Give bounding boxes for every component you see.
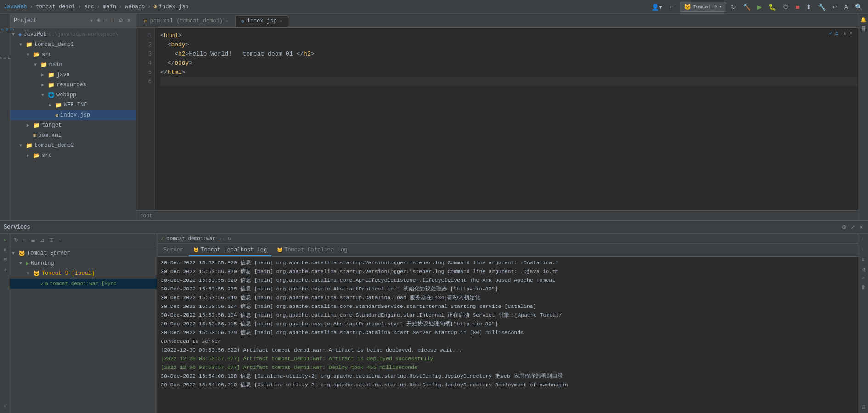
breadcrumb-webapp[interactable]: webapp xyxy=(125,4,145,10)
gutter-indicator: ✓ 1 ∧ ∨ xyxy=(829,30,852,36)
services-settings-btn[interactable]: ⚙ xyxy=(841,223,848,231)
javaweb-arrow: ▼ xyxy=(12,32,18,37)
stop-btn[interactable]: ■ xyxy=(794,2,801,11)
svc-running[interactable]: ▼ ▶ Running xyxy=(10,258,157,268)
gutter-marker: ✓ 1 xyxy=(829,31,839,36)
java-folder-icon: 📁 xyxy=(48,72,55,78)
wrench-btn[interactable]: 🔧 xyxy=(816,2,828,11)
running-label: Running xyxy=(31,260,54,267)
locate-file-btn[interactable]: ⊕ xyxy=(95,17,102,24)
scroll-lock-icon[interactable]: ≡ xyxy=(859,256,868,264)
search-everywhere-btn[interactable]: 🔍 xyxy=(853,2,864,11)
translate-btn[interactable]: A xyxy=(842,2,850,11)
vcs-btn[interactable]: 👤▾ xyxy=(649,2,664,11)
demo2-label: tomcat_demo2 xyxy=(34,142,74,149)
svc-tomcat-server[interactable]: ▼ 🐱 Tomcat Server xyxy=(10,248,157,258)
resources-folder-icon: 📁 xyxy=(48,82,55,89)
tree-item-indexjsp[interactable]: ▶ ⚙ index.jsp xyxy=(10,110,136,120)
svc-collapse-btn[interactable]: ≡ xyxy=(21,236,28,244)
refresh-btn[interactable]: ↻ xyxy=(729,2,738,11)
code-line-6 xyxy=(160,77,858,86)
indexjsp-tab-close[interactable]: ✕ xyxy=(280,18,282,24)
deploy-btn[interactable]: ⬆ xyxy=(804,2,813,11)
filter-log-icon[interactable]: ⊿ xyxy=(859,265,868,273)
tomcat9-label: Tomcat 9 [local] xyxy=(42,270,95,277)
log-tab-server[interactable]: Server xyxy=(159,245,188,256)
svc-war[interactable]: ▶ ✓ ⚙ tomcat_demo1:war [Sync xyxy=(10,279,157,289)
clear-log-icon[interactable]: 🗑 xyxy=(859,283,868,291)
notifications-icon[interactable]: 🔔 xyxy=(859,16,868,24)
run-config-selector[interactable]: 🐱 Tomcat 9 ▾ xyxy=(680,2,726,12)
soft-wrap-icon[interactable]: ⏎ xyxy=(859,274,868,282)
log-tab-localhost[interactable]: 🐱 Tomcat Localhost Log xyxy=(189,245,271,256)
war-deploy-icon: ⚙ xyxy=(45,280,48,287)
tree-item-src2[interactable]: ▶ 📂 src xyxy=(10,151,136,161)
panel-dropdown[interactable]: ▾ xyxy=(90,18,93,23)
tree-item-java[interactable]: ▶ 📁 java xyxy=(10,70,136,80)
java-label: java xyxy=(56,72,70,78)
structure-sidebar-icon[interactable]: Str xyxy=(1,44,9,72)
close-panel-btn[interactable]: ✕ xyxy=(125,17,132,24)
editor-breadcrumb: root xyxy=(136,210,858,220)
tree-item-pomxml[interactable]: ▶ m pom.xml xyxy=(10,130,136,140)
navigate-back[interactable]: ← xyxy=(667,2,677,11)
editor-content[interactable]: 1 2 3 4 5 6 <html> <body> <h2>Hello Worl… xyxy=(136,28,858,210)
scroll-down-icon[interactable]: ↓ xyxy=(859,245,868,253)
build-btn[interactable]: 🔨 xyxy=(741,2,752,11)
tree-item-resources[interactable]: ▶ 📁 resources xyxy=(10,80,136,90)
tomcat-server-label: Tomcat Server xyxy=(27,250,70,257)
bottom-filter-icon[interactable]: ⊿ xyxy=(1,266,9,274)
services-expand-btn[interactable]: ⤢ xyxy=(850,223,856,231)
svc-add-btn[interactable]: + xyxy=(56,236,63,244)
tab-pomxml[interactable]: m pom.xml (tomcat_demo1) ✕ xyxy=(138,15,234,27)
tree-item-target[interactable]: ▶ 📁 target xyxy=(10,120,136,130)
webinf-arrow: ▶ xyxy=(49,102,55,108)
bottom-group-icon[interactable]: ⊞ xyxy=(1,256,9,264)
svc-filter-btn[interactable]: ⊿ xyxy=(38,236,46,244)
bottom-add-icon[interactable]: + xyxy=(1,403,9,411)
database-icon[interactable]: 🗄 xyxy=(859,25,868,33)
svc-expand-btn[interactable]: ≣ xyxy=(29,236,37,244)
log-tab-catalina[interactable]: 🐱 Tomcat Catalina Log xyxy=(272,245,352,256)
breadcrumb-javaweb[interactable]: JavaWeb xyxy=(4,4,27,10)
collapse-all-btn[interactable]: ≡ xyxy=(103,17,108,24)
svc-refresh-btn[interactable]: ↻ xyxy=(12,236,20,244)
tree-item-webinf[interactable]: ▶ 📁 WEB-INF xyxy=(10,100,136,110)
settings-btn[interactable]: ⚙ xyxy=(117,17,124,24)
src2-label: src xyxy=(42,152,52,159)
svc-tomcat9[interactable]: ▼ 🐱 Tomcat 9 [local] xyxy=(10,268,157,279)
print-log-icon[interactable]: 🖨 xyxy=(859,403,868,411)
src-icon: 📂 xyxy=(33,51,40,58)
svc-group-btn[interactable]: ⊞ xyxy=(47,236,56,244)
project-panel-title: Project xyxy=(14,17,89,24)
code-line-3: <h2>Hello World! tomcat deom 01 </h2> xyxy=(160,50,858,59)
scroll-up-icon[interactable]: ↑ xyxy=(859,235,868,244)
bottom-refresh-icon[interactable]: ↻ xyxy=(1,235,9,244)
expand-all-btn[interactable]: ≣ xyxy=(109,17,116,24)
bottom-collapse-icon[interactable]: ≡ xyxy=(1,246,9,254)
tree-item-main[interactable]: ▼ 📁 main xyxy=(10,60,136,70)
run-with-coverage[interactable]: 🛡 xyxy=(781,2,791,11)
tab-indexjsp[interactable]: ⚙ index.jsp ✕ xyxy=(235,15,288,27)
tomcat-run-icon: 🐱 xyxy=(684,3,691,11)
tree-item-javaweb[interactable]: ▼ ◈ JavaWeb C:\java\idea-workspace\ xyxy=(10,29,136,39)
debug-btn[interactable]: 🐛 xyxy=(767,2,778,11)
breadcrumb-main[interactable]: main xyxy=(103,4,116,10)
indexjsp-tab-icon: ⚙ xyxy=(241,18,244,24)
code-content[interactable]: <html> <body> <h2>Hello World! tomcat de… xyxy=(155,28,858,210)
pomxml-tab-close[interactable]: ✕ xyxy=(225,18,228,24)
artifact-arrow-left: ← xyxy=(223,236,226,241)
breadcrumb-src[interactable]: src xyxy=(84,4,94,10)
breadcrumb-demo1[interactable]: tomcat_demo1 xyxy=(36,4,75,10)
project-sidebar-icon[interactable]: Proj xyxy=(1,16,9,43)
revert-btn[interactable]: ↩ xyxy=(830,2,840,11)
log-content[interactable]: 30-Dec-2022 15:53:55.820 信息 [main] org.a… xyxy=(157,257,858,413)
indexjsp-icon: ⚙ xyxy=(55,112,58,119)
tree-item-demo2[interactable]: ▼ 📁 tomcat_demo2 xyxy=(10,140,136,151)
tree-item-src[interactable]: ▼ 📂 src xyxy=(10,50,136,60)
tree-item-demo1[interactable]: ▼ 📁 tomcat_demo1 xyxy=(10,39,136,50)
services-close-btn[interactable]: ✕ xyxy=(858,223,864,231)
run-btn[interactable]: ▶ xyxy=(755,2,764,11)
log-line: [2022-12-30 03:53:57,077] Artifact tomca… xyxy=(161,363,854,372)
tree-item-webapp[interactable]: ▼ 🌐 webapp xyxy=(10,90,136,100)
